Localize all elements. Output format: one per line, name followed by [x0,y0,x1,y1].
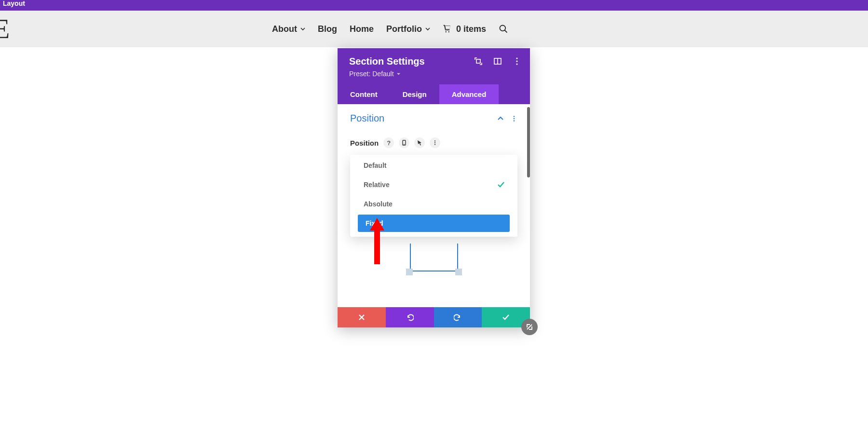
position-option-absolute[interactable]: Absolute [356,195,512,213]
position-preview [406,245,462,278]
panel-preset-selector[interactable]: Preset: Default [349,70,518,78]
check-icon [502,313,510,321]
builder-top-bar-label: Layout [3,0,25,7]
cursor-icon[interactable] [414,137,425,148]
builder-top-bar: Layout [0,0,868,11]
phone-icon[interactable] [399,137,409,148]
nav-item-portfolio[interactable]: Portfolio [386,24,430,34]
cart-count-label: 0 items [456,24,486,34]
close-icon [358,313,366,321]
position-section-header[interactable]: Position [350,113,517,124]
svg-point-1 [448,31,449,32]
panel-header-actions [474,57,521,66]
search-icon [499,24,508,34]
preview-handle [455,269,462,275]
position-section-title: Position [350,113,384,124]
svg-point-0 [446,31,447,32]
svg-point-12 [514,120,515,122]
svg-point-7 [516,57,517,59]
svg-point-2 [500,26,506,31]
site-logo: E [0,15,9,42]
nav-item-blog[interactable]: Blog [318,24,337,34]
panel-tabs: Content Design Advanced [338,84,530,104]
caret-down-icon [396,72,401,76]
resize-icon [526,323,533,331]
chevron-up-icon [497,115,504,122]
panel-header: Section Settings Preset: Default [338,48,530,84]
undo-icon [406,313,414,321]
svg-point-17 [434,144,435,145]
panel-preset-label: Preset: Default [349,70,394,78]
svg-point-15 [434,140,435,141]
panel-footer [338,307,530,327]
cart-icon [443,25,451,33]
nav-search-button[interactable] [499,24,508,34]
more-vertical-icon[interactable] [430,137,440,148]
tab-content[interactable]: Content [338,84,390,104]
redo-button[interactable] [434,307,482,327]
scrollbar-thumb[interactable] [527,107,530,177]
cancel-button[interactable] [338,307,386,327]
nav-label: Portfolio [386,24,422,34]
svg-point-8 [516,60,517,62]
main-nav: About Blog Home Portfolio 0 items [272,24,508,34]
redo-icon [454,313,461,321]
preview-frame [410,244,458,271]
chevron-down-icon [300,27,305,31]
position-option-fixed[interactable]: Fixed [358,215,510,232]
help-icon[interactable]: ? [383,137,394,148]
tab-design[interactable]: Design [390,84,439,104]
nav-label: Blog [318,24,337,34]
expand-icon[interactable] [474,57,483,66]
panel-resize-handle[interactable] [521,319,538,335]
position-dropdown: Default Relative Absolute Fixed [350,155,517,237]
columns-icon[interactable] [493,57,502,66]
nav-item-home[interactable]: Home [350,24,374,34]
undo-button[interactable] [386,307,434,327]
svg-point-16 [434,142,435,143]
nav-item-cart[interactable]: 0 items [443,24,486,34]
panel-body: Position Position ? [338,104,530,307]
position-option-row: Position ? [350,137,517,148]
svg-rect-4 [476,59,480,63]
check-icon [497,181,505,189]
position-option-label: Position [350,139,379,147]
dd-label: Relative [364,181,390,189]
svg-point-11 [514,118,515,119]
nav-item-about[interactable]: About [272,24,305,34]
site-menu-bar: E About Blog Home Portfolio 0 items [0,11,868,47]
tab-advanced[interactable]: Advanced [439,84,499,104]
more-vertical-icon[interactable] [513,57,521,66]
svg-point-9 [516,63,517,65]
preview-handle [406,269,413,275]
tab-spacer [499,84,530,104]
svg-point-10 [514,116,515,117]
position-option-default[interactable]: Default [356,157,512,174]
more-vertical-icon[interactable] [511,115,517,122]
svg-line-3 [505,30,507,33]
section-settings-panel: Section Settings Preset: Default Content… [338,48,530,327]
position-option-relative[interactable]: Relative [356,176,512,193]
nav-label: Home [350,24,374,34]
chevron-down-icon [425,27,430,31]
nav-label: About [272,24,297,34]
